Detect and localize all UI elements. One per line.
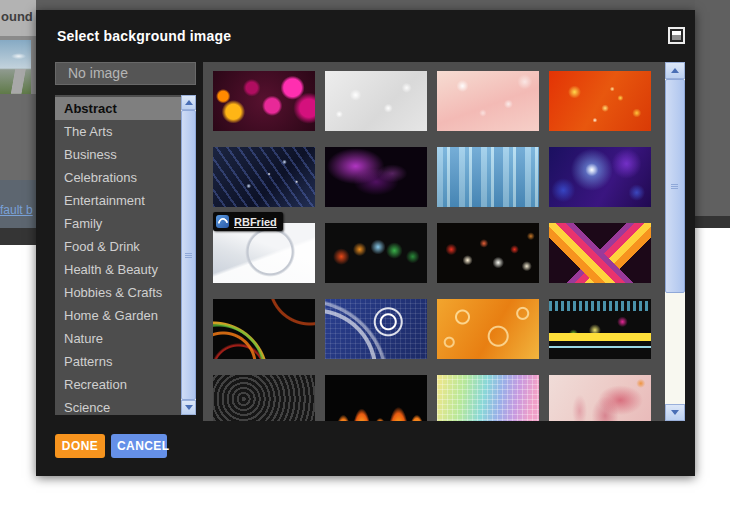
thumbnail-bw-grunge-pattern[interactable] <box>213 375 315 421</box>
thumbnail-light-trails[interactable] <box>213 299 315 359</box>
category-item-abstract[interactable]: Abstract <box>55 97 181 120</box>
category-item-health-beauty[interactable]: Health & Beauty <box>55 258 181 281</box>
backdrop-dimmed-area <box>0 94 36 180</box>
category-item-science[interactable]: Science <box>55 396 181 415</box>
thumbnail-grid <box>213 71 651 421</box>
backdrop-link-area: fault b <box>0 180 36 228</box>
thumbnail-blue-purple-starburst[interactable] <box>549 147 651 207</box>
category-item-entertainment[interactable]: Entertainment <box>55 189 181 212</box>
category-item-business[interactable]: Business <box>55 143 181 166</box>
category-list-items: AbstractThe ArtsBusinessCelebrationsEnte… <box>55 97 181 415</box>
chevron-down-icon <box>671 410 679 415</box>
backdrop-landscape-photo <box>0 40 31 94</box>
scroll-down-button[interactable] <box>665 404 685 421</box>
chevron-up-icon <box>671 68 679 73</box>
backdrop-heading-text: ound i <box>1 9 36 24</box>
thumbnail-orange-red-glitter[interactable] <box>549 71 651 131</box>
backdrop-link-fragment[interactable]: fault b <box>0 203 33 217</box>
backdrop-right-panel <box>695 0 730 216</box>
category-item-hobbies-crafts[interactable]: Hobbies & Crafts <box>55 281 181 304</box>
thumbnail-white-sparkle[interactable] <box>325 71 427 131</box>
thumbnail-fire-flames[interactable] <box>325 375 427 421</box>
category-item-family[interactable]: Family <box>55 212 181 235</box>
backdrop-dark-divider <box>0 228 36 245</box>
maximize-icon[interactable] <box>668 27 685 44</box>
attribution-tooltip: RBFried <box>213 212 283 231</box>
backdrop-left-column: ound i fault b <box>0 0 36 245</box>
thumbnail-grid-panel: RBFried <box>203 62 665 421</box>
thumbnail-orange-floral-swirls[interactable] <box>437 299 539 359</box>
thumbnail-blue-tech-swirl[interactable] <box>325 299 427 359</box>
category-list: AbstractThe ArtsBusinessCelebrationsEnte… <box>55 95 196 415</box>
attribution-link[interactable]: RBFried <box>234 216 277 228</box>
category-item-nature[interactable]: Nature <box>55 327 181 350</box>
maximize-icon-glyph <box>672 31 681 40</box>
backdrop-right-divider <box>695 216 730 228</box>
cancel-button[interactable]: CANCEL <box>111 434 167 458</box>
thumbnail-city-lights-bokeh[interactable] <box>437 223 539 283</box>
scrollbar-thumb[interactable] <box>665 79 685 293</box>
select-background-dialog: Select background image No image Abstrac… <box>36 10 695 476</box>
thumbnail-pink-watercolor[interactable] <box>549 375 651 421</box>
scroll-up-button[interactable] <box>665 62 685 79</box>
thumbnail-white-swoosh[interactable] <box>213 223 315 283</box>
thumbnail-rainbow-mosaic[interactable] <box>437 375 539 421</box>
done-button[interactable]: DONE <box>55 434 105 458</box>
thumbnail-blue-vertical-streaks[interactable] <box>437 147 539 207</box>
backdrop-heading-fragment: ound i <box>0 0 36 36</box>
category-item-the-arts[interactable]: The Arts <box>55 120 181 143</box>
scroll-down-button[interactable] <box>181 400 196 415</box>
rbfried-avatar-icon <box>216 215 229 228</box>
thumbnail-pink-magenta-bokeh[interactable] <box>213 71 315 131</box>
thumbnail-soft-pink-bokeh[interactable] <box>437 71 539 131</box>
category-item-food-drink[interactable]: Food & Drink <box>55 235 181 258</box>
thumbnail-rainbow-bokeh[interactable] <box>325 223 427 283</box>
category-item-home-garden[interactable]: Home & Garden <box>55 304 181 327</box>
chevron-up-icon <box>185 100 193 105</box>
scroll-up-button[interactable] <box>181 95 196 110</box>
dialog-title: Select background image <box>57 28 231 44</box>
category-item-patterns[interactable]: Patterns <box>55 350 181 373</box>
chevron-down-icon <box>185 405 193 410</box>
backdrop-top-strip <box>36 0 730 10</box>
thumbnail-retro-arrows[interactable] <box>549 223 651 283</box>
category-scrollbar[interactable] <box>181 95 196 415</box>
grid-scrollbar[interactable] <box>665 62 685 421</box>
thumbnail-grid-area: RBFried <box>203 62 685 421</box>
thumbnail-neon-splatter[interactable] <box>549 299 651 359</box>
thumbnail-purple-plasma[interactable] <box>325 147 427 207</box>
no-image-button[interactable]: No image <box>55 62 196 85</box>
thumbnail-blue-fiber-optics[interactable] <box>213 147 315 207</box>
scrollbar-thumb[interactable] <box>181 110 196 400</box>
category-item-recreation[interactable]: Recreation <box>55 373 181 396</box>
category-item-celebrations[interactable]: Celebrations <box>55 166 181 189</box>
backdrop-photo-area <box>0 36 36 94</box>
